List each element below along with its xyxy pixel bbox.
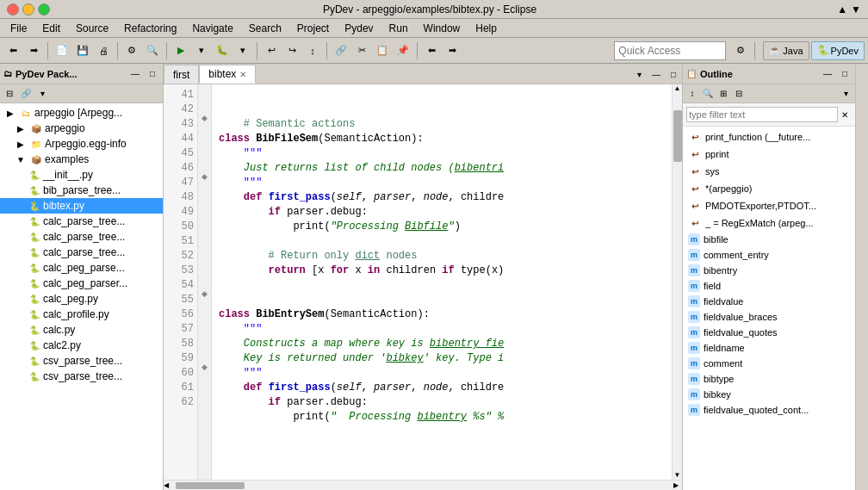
toolbar-debug[interactable]: 🐛 bbox=[213, 41, 232, 60]
outline-filter2[interactable]: 🔍 bbox=[700, 86, 716, 102]
tree-item-calc3[interactable]: 🐍 calc_parse_tree... bbox=[0, 245, 163, 260]
outline-item-bibtype[interactable]: m bibtype bbox=[683, 371, 855, 387]
outline-item-regex[interactable]: ↩ _ = RegExMatch (arpeg... bbox=[683, 214, 855, 232]
toolbar-btn-12[interactable]: 📋 bbox=[373, 41, 392, 60]
link-editor[interactable]: 🔗 bbox=[18, 86, 34, 102]
maximize-button[interactable] bbox=[38, 3, 50, 16]
outline-item-bibentry[interactable]: m bibentry bbox=[683, 263, 855, 278]
tree-item-calc-peg2[interactable]: 🐍 calc_peg_parser... bbox=[0, 276, 163, 291]
outline-item-fieldvalue[interactable]: m fieldvalue bbox=[683, 294, 855, 309]
toolbar-btn-10[interactable]: 🔗 bbox=[332, 41, 350, 60]
menu-window[interactable]: Window bbox=[417, 21, 468, 36]
toolbar-new[interactable]: 📄 bbox=[53, 41, 71, 60]
vertical-scrollbar[interactable]: ▲ ▼ bbox=[672, 84, 682, 480]
toolbar-run[interactable]: ▶ bbox=[171, 41, 190, 60]
outline-item-fv-braces[interactable]: m fieldvalue_braces bbox=[683, 309, 855, 325]
menu-pydev[interactable]: Pydev bbox=[338, 21, 380, 36]
hscroll-thumb[interactable] bbox=[176, 482, 245, 489]
outline-item-pmdot[interactable]: ↩ PMDOTExporter,PTDOT... bbox=[683, 197, 855, 214]
tree-item-bib-parse[interactable]: 🐍 bib_parse_tree... bbox=[0, 183, 163, 198]
outline-item-sys[interactable]: ↩ sys bbox=[683, 163, 855, 180]
menu-project[interactable]: Project bbox=[290, 21, 336, 36]
left-panel-maximize[interactable]: □ bbox=[146, 67, 159, 81]
tree-item-bibtex[interactable]: 🐍 bibtex.py bbox=[0, 198, 163, 214]
outline-item-arpeggio[interactable]: ↩ *(arpeggio) bbox=[683, 180, 855, 197]
tree-item-csv2[interactable]: 🐍 csv_parse_tree... bbox=[0, 369, 163, 384]
scroll-thumb[interactable] bbox=[673, 110, 682, 162]
toolbar-btn-14[interactable]: ⬅ bbox=[422, 41, 441, 60]
horizontal-scrollbar[interactable]: ◀ ▶ bbox=[164, 480, 682, 490]
outline-item-bibfile[interactable]: m bibfile bbox=[683, 232, 855, 247]
tree-item-csv1[interactable]: 🐍 csv_parse_tree... bbox=[0, 353, 163, 369]
window-controls[interactable] bbox=[7, 3, 50, 16]
outline-item-field[interactable]: m field bbox=[683, 278, 855, 294]
tree-item-calc2[interactable]: 🐍 calc_parse_tree... bbox=[0, 229, 163, 245]
toolbar-btn-13[interactable]: 📌 bbox=[394, 41, 412, 60]
window-action-btn[interactable]: ▲ bbox=[837, 3, 847, 16]
toolbar-btn-2[interactable]: ➡ bbox=[24, 41, 43, 60]
tree-item-calc-peg3[interactable]: 🐍 calc_peg.py bbox=[0, 291, 163, 307]
tree-item-calc1[interactable]: 🐍 calc_parse_tree... bbox=[0, 214, 163, 229]
tree-item-calc-peg1[interactable]: 🐍 calc_peg_parse... bbox=[0, 260, 163, 276]
toolbar-btn-1[interactable]: ⬅ bbox=[3, 41, 22, 60]
toolbar-btn-15[interactable]: ➡ bbox=[443, 41, 462, 60]
menu-refactoring[interactable]: Refactoring bbox=[117, 21, 183, 36]
outline-item-fv-quoted[interactable]: m fieldvalue_quoted_cont... bbox=[683, 402, 855, 418]
scroll-right[interactable]: ▶ bbox=[673, 481, 682, 489]
tab-close-bibtex[interactable]: ✕ bbox=[239, 70, 246, 79]
scroll-left[interactable]: ◀ bbox=[164, 481, 172, 489]
toolbar-btn-5[interactable]: ⚙ bbox=[122, 41, 141, 60]
outline-item-comment[interactable]: m comment bbox=[683, 356, 855, 371]
outline-item-fv-quotes[interactable]: m fieldvalue_quotes bbox=[683, 325, 855, 340]
toolbar-btn-3[interactable]: 💾 bbox=[73, 41, 92, 60]
outline-item-bibkey[interactable]: m bibkey bbox=[683, 387, 855, 402]
toolbar-btn-11[interactable]: ✂ bbox=[352, 41, 371, 60]
menu-navigate[interactable]: Navigate bbox=[185, 21, 239, 36]
panel-menu[interactable]: ▾ bbox=[34, 86, 50, 102]
scroll-up[interactable]: ▲ bbox=[674, 84, 681, 93]
tree-item-calc[interactable]: 🐍 calc.py bbox=[0, 322, 163, 338]
outline-minimize[interactable]: — bbox=[821, 67, 834, 81]
outline-clear-btn[interactable]: ✕ bbox=[838, 108, 852, 121]
toolbar-debug-dd[interactable]: ▾ bbox=[233, 41, 252, 60]
tree-item-calc-profile[interactable]: 🐍 calc_profile.py bbox=[0, 307, 163, 322]
toolbar-btn-7[interactable]: ↩ bbox=[262, 41, 281, 60]
tab-first[interactable]: first bbox=[164, 65, 199, 84]
tree-item-init[interactable]: 🐍 __init__.py bbox=[0, 167, 163, 183]
perspective-pydev[interactable]: 🐍 PyDev bbox=[811, 41, 865, 60]
outline-maximize[interactable]: □ bbox=[838, 67, 852, 81]
outline-item-fieldname[interactable]: m fieldname bbox=[683, 340, 855, 356]
window-action-btn2[interactable]: ▼ bbox=[851, 3, 861, 16]
outline-menu[interactable]: ▾ bbox=[838, 86, 853, 102]
tree-item-arpeggio[interactable]: ▶ 📦 arpeggio bbox=[0, 121, 163, 136]
outline-item-print-function[interactable]: ↩ print_function (__future... bbox=[683, 128, 855, 146]
outline-filter-input[interactable] bbox=[686, 107, 838, 122]
menu-search[interactable]: Search bbox=[242, 21, 288, 36]
code-editor[interactable]: # Semantic actions class BibFileSem(Sema… bbox=[212, 84, 672, 480]
quick-access-input[interactable] bbox=[618, 45, 722, 57]
toolbar-btn-9[interactable]: ↕ bbox=[303, 41, 322, 60]
menu-help[interactable]: Help bbox=[468, 21, 504, 36]
menu-edit[interactable]: Edit bbox=[35, 21, 67, 36]
tree-item-arpeggio-root[interactable]: ▶ 🗂 arpeggio [Arpegg... bbox=[0, 105, 163, 121]
collapse-all[interactable]: ⊟ bbox=[2, 86, 17, 102]
tab-bibtex[interactable]: bibtex ✕ bbox=[199, 65, 256, 84]
left-panel-minimize[interactable]: — bbox=[128, 67, 142, 81]
minimize-button[interactable] bbox=[22, 3, 34, 16]
toolbar-run-dd[interactable]: ▾ bbox=[192, 41, 211, 60]
outline-sort[interactable]: ↕ bbox=[685, 86, 700, 102]
outline-collapse[interactable]: ⊟ bbox=[731, 86, 747, 102]
tree-item-examples[interactable]: ▼ 📦 examples bbox=[0, 152, 163, 167]
outline-item-pprint[interactable]: ↩ pprint bbox=[683, 146, 855, 163]
tree-item-calc2-py[interactable]: 🐍 calc2.py bbox=[0, 338, 163, 353]
scroll-down[interactable]: ▼ bbox=[674, 471, 681, 480]
editor-min-btn[interactable]: — bbox=[648, 65, 665, 84]
editor-max-btn[interactable]: □ bbox=[665, 65, 682, 84]
toolbar-btn-6[interactable]: 🔍 bbox=[143, 41, 162, 60]
close-button[interactable] bbox=[7, 3, 19, 16]
toolbar-btn-4[interactable]: 🖨 bbox=[94, 41, 113, 60]
toolbar-btn-16[interactable]: ⚙ bbox=[731, 41, 750, 60]
perspective-java[interactable]: ☕ Java bbox=[763, 41, 809, 60]
menu-source[interactable]: Source bbox=[69, 21, 115, 36]
outline-expand[interactable]: ⊞ bbox=[716, 86, 731, 102]
